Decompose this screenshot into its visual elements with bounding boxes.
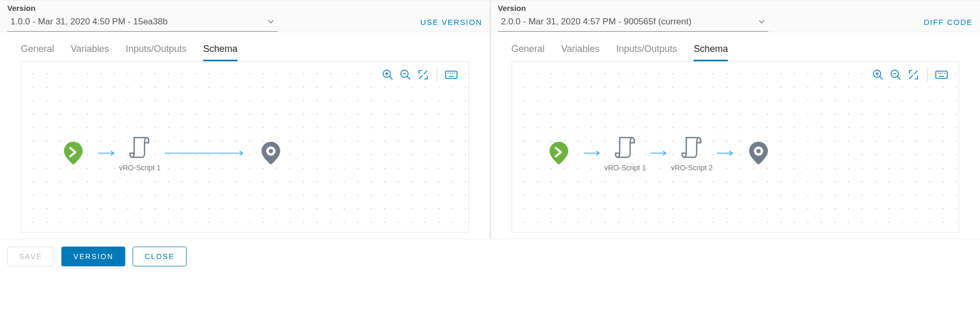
diff-code-button[interactable]: DIFF CODE [924, 18, 973, 32]
script-icon [615, 134, 636, 159]
tab-general[interactable]: General [512, 44, 545, 61]
tabs-left: General Variables Inputs/Outputs Schema [0, 32, 490, 61]
schema-canvas-left[interactable]: vRO-Script 1 [21, 61, 469, 233]
left-pane: Version 1.0.0 - Mar 31, 2020 4:50 PM - 1… [0, 1, 491, 239]
script-node[interactable]: vRO-Script 1 [119, 134, 161, 172]
start-node[interactable] [538, 141, 580, 166]
use-version-button[interactable]: USE VERSION [420, 18, 482, 32]
footer-actions: SAVE VERSION CLOSE [0, 239, 980, 274]
fit-screen-icon[interactable] [417, 69, 429, 81]
start-pin-icon [547, 141, 570, 166]
script-node[interactable]: vRO-Script 1 [605, 134, 646, 172]
end-pin-icon [747, 141, 770, 166]
tab-variables[interactable]: Variables [561, 44, 600, 61]
right-pane: Version 2.0.0 - Mar 31, 2020 4:57 PM - 9… [491, 1, 981, 239]
schema-flow-left: vRO-Script 1 [53, 134, 437, 172]
start-node[interactable] [53, 141, 94, 166]
script-node[interactable]: vRO-Script 2 [671, 134, 713, 172]
toolbar-divider [927, 68, 927, 82]
end-pin-icon [259, 141, 282, 166]
zoom-out-icon[interactable] [399, 69, 412, 81]
end-node[interactable] [250, 141, 292, 166]
flow-arrow-icon [716, 150, 735, 156]
schema-canvas-right[interactable]: vRO-Script 1 vRO-Script 2 [512, 61, 960, 233]
zoom-in-icon[interactable] [382, 69, 394, 81]
version-select-left[interactable]: 1.0.0 - Mar 31, 2020 4:50 PM - 15ea38b [7, 13, 278, 32]
tab-general[interactable]: General [21, 44, 54, 61]
chevron-down-icon [757, 17, 766, 27]
version-value-right: 2.0.0 - Mar 31, 2020 4:57 PM - 900565f (… [501, 17, 692, 27]
script-icon [129, 134, 151, 159]
chevron-down-icon [266, 17, 276, 27]
toolbar-divider [437, 68, 437, 82]
script-node-label: vRO-Script 1 [605, 164, 646, 172]
flow-arrow-icon [583, 150, 602, 156]
zoom-in-icon[interactable] [872, 69, 884, 81]
flow-arrow-icon [164, 150, 247, 156]
version-label-right: Version [498, 4, 916, 12]
keyboard-icon[interactable] [445, 68, 458, 82]
tab-schema[interactable]: Schema [694, 44, 728, 61]
left-pane-header: Version 1.0.0 - Mar 31, 2020 4:50 PM - 1… [0, 1, 490, 32]
save-button: SAVE [7, 247, 54, 266]
version-button[interactable]: VERSION [61, 247, 125, 266]
version-label-left: Version [7, 4, 412, 12]
version-value-left: 1.0.0 - Mar 31, 2020 4:50 PM - 15ea38b [10, 17, 167, 27]
version-select-right[interactable]: 2.0.0 - Mar 31, 2020 4:57 PM - 900565f (… [498, 13, 768, 32]
flow-arrow-icon [649, 150, 668, 156]
script-node-label: vRO-Script 2 [671, 164, 713, 172]
tab-inputs-outputs[interactable]: Inputs/Outputs [616, 44, 677, 61]
flow-arrow-icon [97, 150, 116, 156]
tab-inputs-outputs[interactable]: Inputs/Outputs [126, 44, 187, 61]
end-node[interactable] [738, 141, 779, 166]
keyboard-icon[interactable] [935, 68, 948, 82]
tab-variables[interactable]: Variables [71, 44, 109, 61]
canvas-toolbar-right [869, 67, 951, 83]
schema-flow-right: vRO-Script 1 vRO-Script 2 [538, 134, 928, 172]
right-pane-header: Version 2.0.0 - Mar 31, 2020 4:57 PM - 9… [491, 1, 981, 32]
close-button[interactable]: CLOSE [133, 247, 186, 266]
script-node-label: vRO-Script 1 [119, 164, 161, 172]
tab-schema[interactable]: Schema [203, 44, 238, 61]
script-icon [681, 134, 703, 159]
start-pin-icon [62, 141, 85, 166]
fit-screen-icon[interactable] [907, 69, 920, 81]
zoom-out-icon[interactable] [890, 69, 902, 81]
canvas-toolbar-left [378, 67, 461, 83]
version-compare-container: Version 1.0.0 - Mar 31, 2020 4:50 PM - 1… [0, 0, 980, 239]
tabs-right: General Variables Inputs/Outputs Schema [491, 32, 981, 61]
